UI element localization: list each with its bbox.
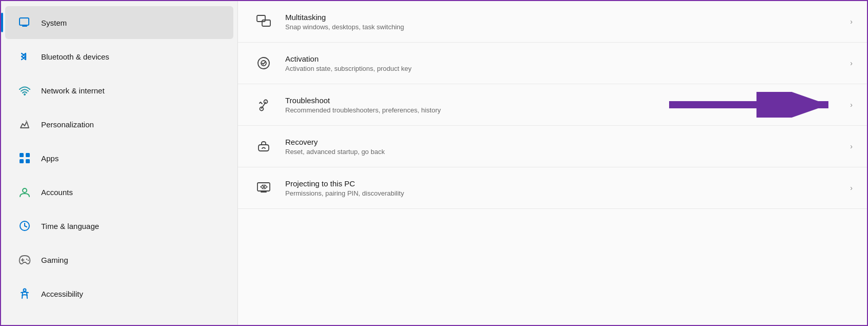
- sidebar-label-time: Time & language: [41, 222, 99, 231]
- svg-line-12: [25, 226, 27, 227]
- recovery-subtitle: Reset, advanced startup, go back: [285, 148, 845, 156]
- projecting-title: Projecting to this PC: [285, 179, 845, 188]
- svg-rect-19: [262, 20, 270, 26]
- recovery-text: Recovery Reset, advanced startup, go bac…: [285, 138, 845, 156]
- troubleshoot-chevron: ›: [850, 101, 853, 109]
- sidebar-label-system: System: [41, 18, 67, 27]
- projecting-subtitle: Permissions, pairing PIN, discoverabilit…: [285, 189, 845, 197]
- svg-rect-8: [26, 159, 30, 163]
- time-icon: [15, 217, 34, 235]
- settings-item-activation[interactable]: Activation Activation state, subscriptio…: [238, 43, 867, 84]
- projecting-chevron: ›: [850, 184, 853, 192]
- sidebar-label-accounts: Accounts: [41, 188, 73, 197]
- bluetooth-icon: [15, 47, 34, 66]
- sidebar-label-bluetooth: Bluetooth & devices: [41, 52, 109, 61]
- troubleshoot-icon: [252, 93, 275, 116]
- activation-title: Activation: [285, 54, 845, 63]
- sidebar-item-bluetooth[interactable]: Bluetooth & devices: [5, 40, 233, 73]
- sidebar-label-network: Network & internet: [41, 86, 104, 95]
- sidebar-label-gaming: Gaming: [41, 256, 68, 264]
- svg-rect-7: [20, 159, 24, 163]
- svg-rect-0: [20, 18, 29, 25]
- svg-point-3: [24, 93, 26, 95]
- sidebar-item-accessibility[interactable]: Accessibility: [5, 277, 233, 310]
- svg-point-16: [28, 260, 29, 261]
- settings-item-recovery[interactable]: Recovery Reset, advanced startup, go bac…: [238, 126, 867, 167]
- recovery-chevron: ›: [850, 142, 853, 150]
- settings-item-projecting[interactable]: Projecting to this PC Permissions, pairi…: [238, 167, 867, 209]
- svg-point-9: [23, 188, 27, 193]
- sidebar-item-gaming[interactable]: Gaming: [5, 243, 233, 276]
- sidebar-item-apps[interactable]: Apps: [5, 142, 233, 175]
- sidebar-label-accessibility: Accessibility: [41, 290, 83, 298]
- system-icon: [15, 13, 34, 32]
- accessibility-icon: [15, 284, 34, 303]
- activation-subtitle: Activation state, subscriptions, product…: [285, 65, 845, 72]
- projecting-text: Projecting to this PC Permissions, pairi…: [285, 179, 845, 197]
- main-content: Multitasking Snap windows, desktops, tas…: [237, 1, 867, 325]
- settings-item-multitasking[interactable]: Multitasking Snap windows, desktops, tas…: [238, 1, 867, 43]
- multitasking-icon: [252, 10, 275, 33]
- multitasking-text: Multitasking Snap windows, desktops, tas…: [285, 13, 845, 31]
- svg-point-15: [26, 259, 27, 260]
- app-window: System Bluetooth & devices Network &: [1, 1, 867, 325]
- troubleshoot-title: Troubleshoot: [285, 96, 845, 105]
- sidebar-item-network[interactable]: Network & internet: [5, 74, 233, 107]
- recovery-title: Recovery: [285, 138, 845, 146]
- sidebar: System Bluetooth & devices Network &: [1, 1, 237, 325]
- settings-item-troubleshoot[interactable]: Troubleshoot Recommended troubleshooters…: [238, 84, 867, 126]
- sidebar-item-personalization[interactable]: Personalization: [5, 108, 233, 141]
- network-icon: [15, 81, 34, 100]
- multitasking-subtitle: Snap windows, desktops, task switching: [285, 23, 845, 31]
- personalization-icon: [15, 115, 34, 133]
- activation-icon: [252, 52, 275, 74]
- svg-point-17: [24, 289, 26, 292]
- sidebar-item-accounts[interactable]: Accounts: [5, 176, 233, 208]
- accounts-icon: [15, 183, 34, 201]
- troubleshoot-text: Troubleshoot Recommended troubleshooters…: [285, 96, 845, 114]
- sidebar-item-system[interactable]: System: [5, 6, 233, 39]
- svg-rect-18: [257, 15, 265, 22]
- projecting-icon: [252, 177, 275, 199]
- svg-rect-5: [20, 153, 24, 157]
- svg-rect-6: [26, 153, 30, 157]
- recovery-icon: [252, 135, 275, 158]
- sidebar-label-apps: Apps: [41, 154, 59, 163]
- multitasking-chevron: ›: [850, 17, 853, 26]
- sidebar-label-personalization: Personalization: [41, 120, 94, 129]
- activation-text: Activation Activation state, subscriptio…: [285, 54, 845, 72]
- multitasking-title: Multitasking: [285, 13, 845, 22]
- svg-rect-26: [257, 183, 270, 191]
- troubleshoot-subtitle: Recommended troubleshooters, preferences…: [285, 106, 845, 114]
- gaming-icon: [15, 251, 34, 269]
- sidebar-item-time[interactable]: Time & language: [5, 209, 233, 242]
- activation-chevron: ›: [850, 59, 853, 67]
- apps-icon: [15, 149, 34, 167]
